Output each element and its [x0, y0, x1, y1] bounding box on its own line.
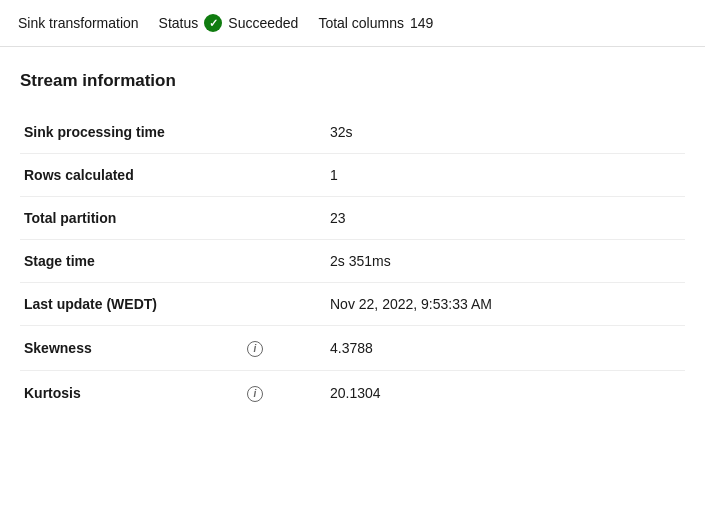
status-success-icon [204, 14, 222, 32]
row-label: Sink processing time [20, 111, 240, 154]
table-row: Rows calculated1 [20, 154, 685, 197]
total-columns-label: Total columns [318, 15, 404, 31]
row-value: 4.3788 [270, 326, 685, 371]
row-icon-cell [240, 111, 270, 154]
status-label: Status [159, 15, 199, 31]
table-row: Sink processing time32s [20, 111, 685, 154]
row-icon-cell [240, 197, 270, 240]
row-value: 2s 351ms [270, 240, 685, 283]
sink-transformation-label: Sink transformation [18, 15, 139, 31]
table-row: Total partition23 [20, 197, 685, 240]
status-value: Succeeded [228, 15, 298, 31]
total-columns-value: 149 [410, 15, 433, 31]
info-icon[interactable]: i [247, 341, 263, 357]
row-label: Kurtosis [20, 371, 240, 416]
table-row: Kurtosisi20.1304 [20, 371, 685, 416]
table-row: Stage time2s 351ms [20, 240, 685, 283]
row-value: 32s [270, 111, 685, 154]
info-icon[interactable]: i [247, 386, 263, 402]
total-columns-item: Total columns 149 [318, 15, 433, 31]
stream-info-table: Sink processing time32sRows calculated1T… [20, 111, 685, 415]
row-label: Rows calculated [20, 154, 240, 197]
row-label: Stage time [20, 240, 240, 283]
row-icon-cell [240, 154, 270, 197]
sink-transformation-item: Sink transformation [18, 15, 139, 31]
row-icon-cell: i [240, 326, 270, 371]
row-value: Nov 22, 2022, 9:53:33 AM [270, 283, 685, 326]
main-content: Stream information Sink processing time3… [0, 47, 705, 439]
table-row: Last update (WEDT)Nov 22, 2022, 9:53:33 … [20, 283, 685, 326]
stream-info-title: Stream information [20, 71, 685, 91]
row-icon-cell [240, 240, 270, 283]
row-label: Total partition [20, 197, 240, 240]
status-item: Status Succeeded [159, 14, 299, 32]
row-icon-cell: i [240, 371, 270, 416]
row-label: Skewness [20, 326, 240, 371]
row-label: Last update (WEDT) [20, 283, 240, 326]
row-value: 20.1304 [270, 371, 685, 416]
row-value: 23 [270, 197, 685, 240]
row-value: 1 [270, 154, 685, 197]
row-icon-cell [240, 283, 270, 326]
table-row: Skewnessi4.3788 [20, 326, 685, 371]
header-bar: Sink transformation Status Succeeded Tot… [0, 0, 705, 47]
